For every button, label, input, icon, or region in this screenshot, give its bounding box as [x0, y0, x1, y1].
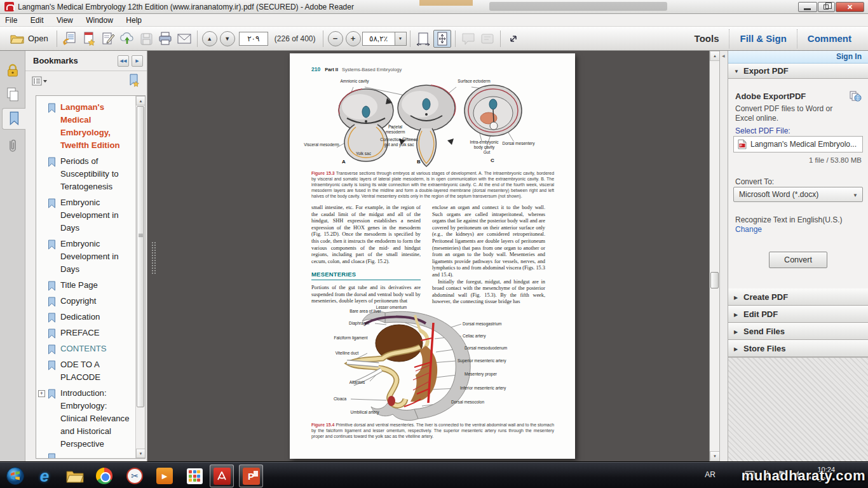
- document-scroll-thumb[interactable]: [710, 272, 719, 288]
- sign-document-button[interactable]: [99, 30, 117, 48]
- bookmark-item[interactable]: Embryonic Development in Days: [36, 238, 135, 276]
- tab-tools[interactable]: Tools: [684, 33, 729, 44]
- attachments-button[interactable]: [2, 135, 24, 156]
- security-lock-button[interactable]: [2, 60, 24, 81]
- selected-file-box[interactable]: Langman's Medical Embryolo...: [733, 136, 863, 152]
- bookmark-flag-icon: [48, 240, 56, 250]
- open-button[interactable]: Open: [5, 29, 53, 48]
- fig4-label-inferior-mesenteric: Inferior mesenteric artery: [460, 386, 526, 391]
- figure-15-4: Lesser omentum Bare area of liver Diaphr…: [290, 306, 575, 421]
- page-number-input[interactable]: ٢٠٩: [239, 32, 268, 46]
- scroll-down-icon[interactable]: ▼: [136, 449, 146, 458]
- bookmark-item[interactable]: ODE TO A PLACODE: [36, 358, 135, 384]
- menu-file[interactable]: File: [0, 15, 22, 26]
- send-files-section[interactable]: ▶ Send Files: [728, 323, 868, 340]
- bookmarks-scrollbar[interactable]: ▲ ▼: [135, 96, 145, 458]
- scroll-up-icon[interactable]: ▲: [136, 96, 146, 105]
- dropdown-arrow-icon: ▼: [398, 36, 403, 41]
- paragraph: Initially the foregut, midgut, and hindg…: [432, 279, 545, 306]
- menu-help[interactable]: Help: [121, 15, 147, 26]
- bookmark-item[interactable]: Copyright: [36, 295, 135, 308]
- fig3-label-visceral-mesoderm: Visceral mesoderm: [301, 142, 342, 147]
- start-button[interactable]: [5, 466, 25, 486]
- scroll-up-icon[interactable]: ▲: [710, 51, 720, 61]
- bookmark-item[interactable]: + Introduction: Embryology: Clinical Rel…: [36, 387, 135, 451]
- panel-splitter[interactable]: ◀: [719, 51, 728, 461]
- fullscreen-button[interactable]: [505, 30, 522, 48]
- bookmark-item[interactable]: Periods of Susceptibility to Teratogenes…: [36, 155, 135, 193]
- minimize-button[interactable]: [798, 2, 817, 12]
- zoom-out-button[interactable]: −: [328, 31, 343, 46]
- new-bookmark-button[interactable]: [126, 74, 142, 88]
- bookmark-item[interactable]: Embryonic Development in Days: [36, 196, 135, 234]
- expand-bookmark-button[interactable]: +: [38, 390, 45, 397]
- bookmarks-scroll-thumb[interactable]: [137, 106, 144, 407]
- email-button[interactable]: [175, 30, 193, 48]
- comment-bubble-button[interactable]: [459, 30, 477, 48]
- bookmark-item[interactable]: Langman's Medical Embryology, Twelfth Ed…: [36, 101, 135, 152]
- section-heading: MESENTERIES: [311, 271, 421, 278]
- sign-in-link[interactable]: Sign In: [836, 52, 862, 61]
- tab-fill-sign[interactable]: Fill & Sign: [729, 33, 796, 44]
- windows-explorer-button[interactable]: [65, 466, 85, 486]
- panel-drag-handle[interactable]: [151, 241, 157, 274]
- fig4-label-diaphragm: Diaphragm: [343, 321, 375, 326]
- highlight-button[interactable]: [478, 30, 496, 48]
- bookmark-item[interactable]: PREFACE: [36, 327, 135, 339]
- document-scrollbar[interactable]: ▲ ▼: [709, 51, 719, 461]
- convert-button[interactable]: Convert: [769, 252, 827, 268]
- language-indicator[interactable]: AR: [705, 470, 715, 479]
- page-thumbnails-button[interactable]: [2, 84, 24, 105]
- zoom-dropdown-button[interactable]: ▼: [395, 32, 407, 46]
- snipping-tool-button[interactable]: ✂: [125, 466, 145, 486]
- edit-pdf-section[interactable]: ▶ Edit PDF: [728, 306, 868, 323]
- expand-panel-button[interactable]: ▶: [132, 55, 143, 67]
- zoom-in-button[interactable]: +: [346, 31, 361, 46]
- toolbar: Open: [0, 27, 868, 51]
- tab-comment[interactable]: Comment: [797, 33, 862, 44]
- media-player-button[interactable]: ▶: [154, 466, 175, 486]
- scroll-down-icon[interactable]: ▼: [710, 451, 720, 461]
- bookmarks-panel-button[interactable]: [2, 108, 25, 130]
- fig4-label-bare-area: Bare area of liver: [343, 309, 388, 314]
- create-pdf-section[interactable]: ▶ Create PDF: [728, 288, 868, 306]
- format-dropdown[interactable]: Microsoft Word (*.docx) ▼: [733, 187, 863, 202]
- bookmark-item[interactable]: CONTENTS: [36, 342, 135, 355]
- fig4-label-falciform: Falciform ligament: [325, 336, 376, 341]
- chrome-button[interactable]: [94, 466, 114, 486]
- fit-page-button[interactable]: [433, 30, 451, 48]
- adobe-reader-taskbar-button[interactable]: [210, 464, 234, 487]
- chrome-icon: [96, 468, 112, 484]
- splitter-collapse-icon: ◀: [722, 53, 725, 58]
- select-pdf-file-link[interactable]: Select PDF File:: [735, 126, 790, 135]
- previous-page-button[interactable]: ▲: [202, 31, 217, 46]
- store-files-section[interactable]: ▶ Store Files: [728, 340, 868, 357]
- menu-edit[interactable]: Edit: [25, 15, 49, 26]
- save-button[interactable]: [137, 30, 155, 48]
- bookmark-label: Dedication: [60, 312, 100, 322]
- share-document-button[interactable]: [61, 30, 79, 48]
- close-icon: ✕: [836, 3, 864, 11]
- internet-explorer-icon: e: [40, 466, 49, 486]
- bookmark-item[interactable]: Title Page: [36, 279, 135, 292]
- export-pdf-section-header[interactable]: ▼ Export PDF: [728, 64, 868, 79]
- collapse-panel-button[interactable]: ◀◀: [118, 55, 129, 67]
- restore-button[interactable]: [818, 2, 835, 12]
- upload-cloud-button[interactable]: [118, 30, 136, 48]
- change-language-link[interactable]: Change: [735, 225, 762, 234]
- bookmark-item[interactable]: Dedication: [36, 311, 135, 323]
- internet-explorer-button[interactable]: e: [34, 466, 55, 486]
- close-button[interactable]: ✕: [836, 2, 864, 12]
- menu-window[interactable]: Window: [81, 15, 118, 26]
- zoom-level-input[interactable]: ٥٨,٢٪: [362, 32, 395, 46]
- next-page-button[interactable]: ▼: [220, 31, 235, 46]
- fit-width-button[interactable]: [414, 30, 432, 48]
- bookmarks-options-button[interactable]: [31, 75, 50, 88]
- print-button[interactable]: [156, 30, 174, 48]
- app-grid-button[interactable]: [184, 466, 205, 486]
- create-pdf-button[interactable]: [80, 30, 98, 48]
- powerpoint-taskbar-button[interactable]: P: [239, 464, 263, 487]
- menu-view[interactable]: View: [51, 15, 78, 26]
- bookmark-label: Copyright: [60, 296, 96, 306]
- speech-bubble-icon: [461, 31, 476, 46]
